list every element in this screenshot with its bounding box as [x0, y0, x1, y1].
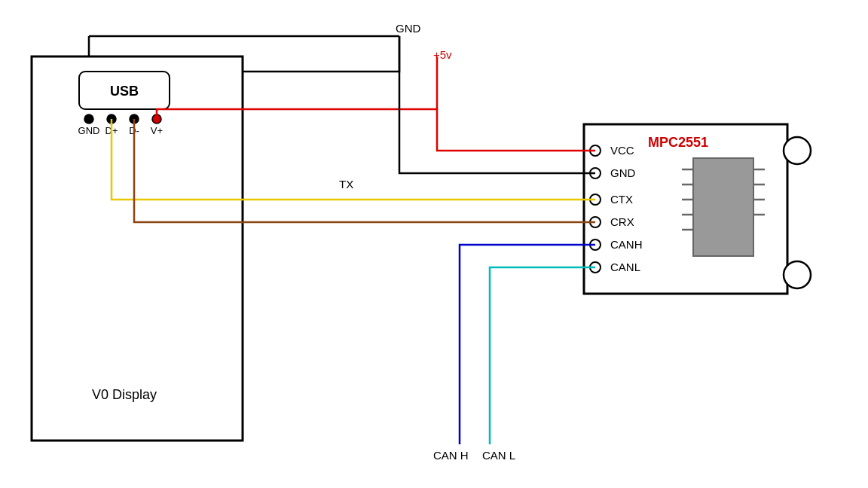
mpc2551-label: MPC2551 — [648, 135, 708, 150]
svg-point-3 — [84, 114, 93, 124]
crx-pin-label: CRX — [610, 215, 634, 228]
canh-pin-label: CANH — [610, 238, 643, 251]
display-label: V0 Display — [92, 387, 157, 402]
gnd-label: GND — [396, 22, 421, 35]
svg-rect-8 — [693, 158, 753, 256]
can-h-label: CAN H — [433, 449, 469, 462]
svg-point-19 — [784, 261, 811, 288]
svg-rect-1 — [32, 56, 243, 441]
svg-point-18 — [784, 137, 811, 164]
mpc-gnd-pin-label: GND — [610, 166, 636, 179]
can-l-label: CAN L — [482, 449, 515, 462]
canl-pin-label: CANL — [610, 261, 640, 273]
usb-label: USB — [110, 84, 139, 99]
pin-vplus-label: V+ — [151, 125, 163, 136]
ctx-pin-label: CTX — [610, 193, 633, 206]
vcc-pin-label: VCC — [610, 144, 634, 157]
tx-label: TX — [339, 178, 353, 191]
pin-gnd-label: GND — [78, 125, 100, 136]
